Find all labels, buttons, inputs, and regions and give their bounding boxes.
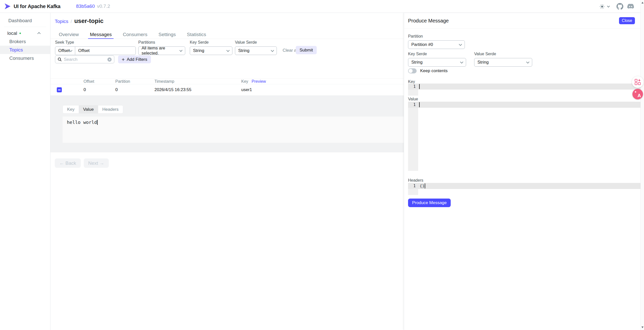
message-value-viewer[interactable]: hello world: [63, 117, 404, 143]
message-tab-value[interactable]: Value: [79, 105, 98, 113]
main-content: Topics / user-topic Overview Messages Co…: [50, 13, 404, 330]
collapse-row-button[interactable]: [57, 87, 62, 92]
drawer-value-serde-select[interactable]: String: [474, 58, 532, 67]
drawer-partition-select[interactable]: Partition #0: [408, 40, 465, 49]
keep-contents-label: Keep contents: [420, 68, 448, 73]
sidebar-divider: [4, 27, 46, 27]
seek-type-chevron-down-icon: [69, 49, 72, 52]
message-tab-headers[interactable]: Headers: [98, 105, 123, 113]
value-editor[interactable]: 1: [408, 102, 640, 171]
sidebar-item-brokers[interactable]: Brokers: [0, 37, 50, 46]
partitions-select[interactable]: All items are selected.: [138, 46, 185, 55]
tab-overview[interactable]: Overview: [57, 31, 80, 39]
add-filters-button[interactable]: + Add Filters: [118, 56, 151, 63]
editor-caret: [419, 84, 420, 89]
drawer-partition-label: Partition: [408, 34, 465, 39]
key-editor[interactable]: 1: [408, 84, 640, 96]
search-icon: [58, 57, 62, 62]
breadcrumb: Topics / user-topic: [55, 17, 103, 24]
sidebar-cluster-local[interactable]: local: [0, 29, 50, 37]
submit-button[interactable]: Submit: [296, 46, 317, 54]
message-detail-panel: Key Value Headers hello world: [50, 95, 404, 152]
column-partition: Partition: [115, 78, 130, 84]
drawer-value-serde-label: Value Serde: [474, 52, 532, 56]
drawer-value-serde-value: String: [477, 60, 489, 65]
back-button[interactable]: ← Back: [55, 158, 81, 168]
value-serde-value: String: [238, 48, 249, 53]
app-title: UI for Apache Kafka: [14, 4, 61, 9]
discord-icon[interactable]: [627, 4, 634, 10]
table-row[interactable]: 0 0 2026/4/15 16:23:55 user1: [50, 84, 404, 95]
message-tab-key[interactable]: Key: [63, 105, 79, 113]
theme-sun-icon[interactable]: [599, 4, 605, 9]
drawer-partition-chevron-down-icon: [459, 43, 462, 46]
messages-table-header: Offset Partition Timestamp Key Preview: [50, 78, 404, 84]
app-logo[interactable]: UI for Apache Kafka: [4, 3, 61, 10]
value-serde-label: Value Serde: [235, 40, 277, 45]
tab-consumers[interactable]: Consumers: [121, 31, 149, 39]
editor-caret: [419, 102, 420, 107]
scrollbar-up-arrow[interactable]: [641, 2, 643, 4]
partitions-value: All items are selected.: [142, 46, 180, 56]
sidebar-item-topics[interactable]: Topics: [0, 46, 50, 54]
message-value-content: hello world: [67, 120, 97, 125]
seek-type-label: Seek Type: [55, 40, 136, 45]
partitions-label: Partitions: [138, 40, 185, 45]
github-icon[interactable]: [616, 3, 623, 10]
search-clear-icon[interactable]: [107, 57, 112, 62]
sidebar-item-consumers[interactable]: Consumers: [0, 54, 50, 62]
drawer-key-serde-group: Key Serde String: [408, 52, 466, 67]
extension-translate-icon[interactable]: ✦ A: [632, 89, 643, 99]
topic-tabs-bar: Overview Messages Consumers Settings Sta…: [50, 31, 404, 39]
pagination: ← Back Next →: [55, 158, 109, 168]
add-filters-label: Add Filters: [127, 57, 147, 62]
sidebar-item-dashboard[interactable]: Dashboard: [0, 16, 50, 25]
seek-offset-input[interactable]: [75, 48, 137, 53]
key-serde-chevron-down-icon: [226, 49, 230, 52]
theme-chevron-down-icon[interactable]: [607, 5, 610, 7]
close-button[interactable]: Close: [619, 17, 635, 24]
scrollbar-down-arrow[interactable]: [641, 326, 643, 328]
headers-editor[interactable]: 1 {}: [408, 183, 640, 195]
keep-contents-group: Keep contents: [408, 68, 448, 73]
breadcrumb-topics-link[interactable]: Topics: [55, 19, 68, 24]
seek-type-select[interactable]: Offset: [55, 47, 75, 55]
sidebar-nav: Dashboard local Brokers Topics Consumers: [0, 13, 50, 330]
drawer-value-serde-group: Value Serde String: [474, 52, 532, 67]
extension-grid-icon[interactable]: [632, 76, 643, 88]
tab-settings[interactable]: Settings: [157, 31, 178, 39]
value-serde-select[interactable]: String: [235, 46, 277, 55]
editor-active-line: [408, 183, 640, 189]
cell-timestamp: 2026/4/15 16:23:55: [154, 84, 192, 95]
line-number: 1: [408, 183, 416, 189]
sparkle-icon: ✦: [634, 90, 637, 94]
cluster-chevron-up-icon[interactable]: [37, 32, 41, 35]
drawer-key-serde-value: String: [411, 60, 422, 65]
key-serde-group: Key Serde String: [190, 40, 232, 55]
cluster-online-dot: [19, 33, 21, 34]
editor-gutter: [408, 102, 418, 171]
key-preview-link[interactable]: Preview: [252, 78, 266, 84]
drawer-partition-value: Partition #0: [411, 42, 433, 47]
keep-contents-toggle[interactable]: [408, 68, 417, 73]
tab-messages[interactable]: Messages: [88, 31, 114, 39]
column-key: Key: [241, 78, 248, 84]
logo-arrow-icon: [4, 3, 11, 10]
value-serde-group: Value Serde String: [235, 40, 277, 55]
seek-combo: Offset: [55, 46, 136, 55]
line-number: 1: [408, 84, 416, 90]
drawer-key-serde-select[interactable]: String: [408, 58, 466, 67]
message-part-tabs: Key Value Headers: [63, 105, 123, 114]
seek-type-value: Offset: [58, 48, 70, 53]
kafka-ui-app: UI for Apache Kafka 83b5a60 v0.7.2: [0, 0, 644, 330]
commit-link[interactable]: 83b5a60: [76, 4, 95, 9]
headers-editor-label: Headers: [408, 178, 423, 183]
search-input[interactable]: [64, 57, 105, 62]
page-scrollbar[interactable]: [640, 0, 644, 330]
produce-message-button[interactable]: Produce Message: [408, 199, 451, 207]
key-serde-select[interactable]: String: [190, 46, 232, 55]
line-number: 1: [408, 102, 416, 108]
editor-active-line: [408, 84, 640, 90]
next-button[interactable]: Next →: [84, 158, 109, 168]
tab-statistics[interactable]: Statistics: [185, 31, 208, 39]
